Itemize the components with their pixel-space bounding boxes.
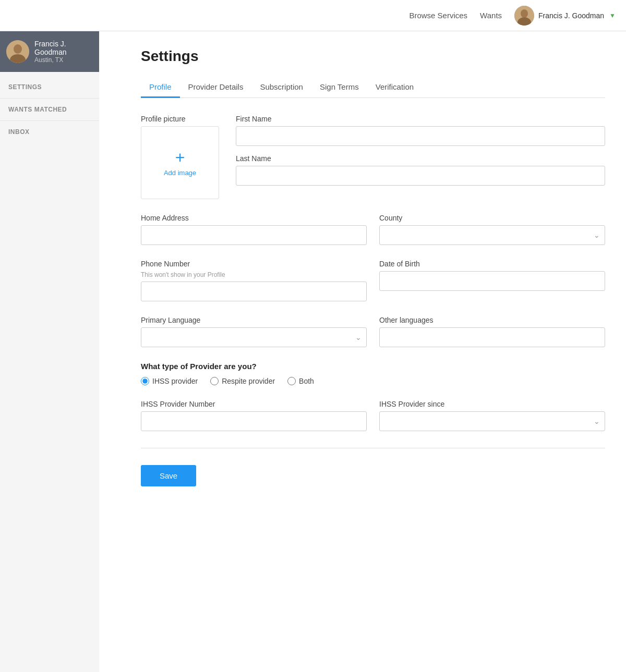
primary-language-select[interactable] bbox=[141, 327, 367, 347]
ihss-provider-label: IHSS provider bbox=[152, 377, 198, 385]
sidebar-item-inbox[interactable]: INBOX bbox=[0, 120, 99, 143]
provider-type-radio-group: IHSS provider Respite provider Both bbox=[141, 377, 605, 385]
respite-provider-radio[interactable] bbox=[210, 377, 219, 385]
sidebar-nav: SETTINGS WANTS MATCHED INBOX bbox=[0, 72, 99, 147]
ihss-since-field-group: IHSS Provider since ⌄ bbox=[379, 400, 605, 431]
home-address-input[interactable] bbox=[141, 225, 367, 245]
language-row: Primary Language ⌄ Other languages bbox=[141, 316, 605, 347]
dob-input[interactable] bbox=[379, 271, 605, 291]
profile-picture-section: Profile picture + Add image First Name L… bbox=[141, 115, 605, 199]
phone-label: Phone Number bbox=[141, 260, 367, 268]
first-name-field-group: First Name bbox=[236, 115, 605, 146]
phone-input[interactable] bbox=[141, 282, 367, 301]
phone-sublabel: This won't show in your Profile bbox=[141, 271, 367, 278]
address-county-row: Home Address County ⌄ bbox=[141, 214, 605, 245]
other-languages-field-group: Other languages bbox=[379, 316, 605, 347]
settings-tabs: Profile Provider Details Subscription Si… bbox=[141, 77, 605, 98]
top-navigation: Browse Services Wants Francis J. Goodman… bbox=[0, 0, 626, 31]
sidebar-user-info: Francis J. Goodman Austin, TX bbox=[34, 40, 93, 64]
ihss-details-row: IHSS Provider Number IHSS Provider since… bbox=[141, 400, 605, 431]
county-select-wrapper: ⌄ bbox=[379, 225, 605, 245]
both-provider-label: Both bbox=[299, 377, 314, 385]
other-languages-input[interactable] bbox=[379, 327, 605, 347]
ihss-since-select-wrapper: ⌄ bbox=[379, 411, 605, 431]
main-content: Settings Profile Provider Details Subscr… bbox=[99, 31, 626, 672]
respite-provider-label: Respite provider bbox=[222, 377, 275, 385]
county-select[interactable] bbox=[379, 225, 605, 245]
sidebar-user-location: Austin, TX bbox=[34, 56, 93, 64]
ihss-number-field-group: IHSS Provider Number bbox=[141, 400, 367, 431]
primary-language-select-wrapper: ⌄ bbox=[141, 327, 367, 347]
phone-dob-row: Phone Number This won't show in your Pro… bbox=[141, 260, 605, 301]
sidebar-item-wants-matched[interactable]: WANTS MATCHED bbox=[0, 98, 99, 120]
nav-links: Browse Services Wants Francis J. Goodman… bbox=[409, 6, 616, 26]
dob-field-group: Date of Birth bbox=[379, 260, 605, 301]
tab-verification[interactable]: Verification bbox=[367, 77, 422, 98]
respite-provider-option[interactable]: Respite provider bbox=[210, 377, 275, 385]
dob-label: Date of Birth bbox=[379, 260, 605, 268]
svg-point-1 bbox=[521, 9, 528, 18]
user-menu-arrow: ▼ bbox=[609, 12, 616, 19]
provider-type-question: What type of Provider are you? bbox=[141, 362, 605, 371]
county-field-group: County ⌄ bbox=[379, 214, 605, 245]
save-button[interactable]: Save bbox=[141, 465, 196, 486]
last-name-field-group: Last Name bbox=[236, 154, 605, 186]
tab-profile[interactable]: Profile bbox=[141, 77, 180, 98]
sidebar: Francis J. Goodman Austin, TX SETTINGS W… bbox=[0, 31, 99, 672]
top-nav-username: Francis J. Goodman bbox=[538, 11, 604, 20]
sidebar-user-profile[interactable]: Francis J. Goodman Austin, TX bbox=[0, 31, 99, 72]
top-nav-avatar bbox=[514, 6, 534, 26]
first-name-input[interactable] bbox=[236, 126, 605, 146]
primary-language-label: Primary Language bbox=[141, 316, 367, 324]
ihss-number-label: IHSS Provider Number bbox=[141, 400, 367, 408]
user-menu[interactable]: Francis J. Goodman ▼ bbox=[514, 6, 616, 26]
tab-sign-terms[interactable]: Sign Terms bbox=[311, 77, 367, 98]
ihss-provider-option[interactable]: IHSS provider bbox=[141, 377, 198, 385]
ihss-provider-radio[interactable] bbox=[141, 377, 149, 385]
other-languages-label: Other languages bbox=[379, 316, 605, 324]
profile-picture-label: Profile picture bbox=[141, 115, 219, 123]
sidebar-item-settings[interactable]: SETTINGS bbox=[0, 76, 99, 98]
wants-link[interactable]: Wants bbox=[480, 11, 502, 20]
add-image-text: Add image bbox=[164, 169, 196, 177]
browse-services-link[interactable]: Browse Services bbox=[409, 11, 467, 20]
add-image-plus-icon: + bbox=[175, 149, 185, 166]
name-fields: First Name Last Name bbox=[236, 115, 605, 186]
ihss-since-label: IHSS Provider since bbox=[379, 400, 605, 408]
provider-type-section: What type of Provider are you? IHSS prov… bbox=[141, 362, 605, 385]
first-name-label: First Name bbox=[236, 115, 605, 123]
page-title: Settings bbox=[141, 48, 605, 65]
ihss-since-select[interactable] bbox=[379, 411, 605, 431]
svg-point-4 bbox=[14, 44, 22, 54]
form-divider bbox=[141, 448, 605, 448]
ihss-number-input[interactable] bbox=[141, 411, 367, 431]
both-provider-radio[interactable] bbox=[287, 377, 296, 385]
primary-language-field-group: Primary Language ⌄ bbox=[141, 316, 367, 347]
both-provider-option[interactable]: Both bbox=[287, 377, 314, 385]
last-name-input[interactable] bbox=[236, 166, 605, 186]
sidebar-user-name: Francis J. Goodman bbox=[34, 40, 93, 56]
home-address-label: Home Address bbox=[141, 214, 367, 222]
home-address-field-group: Home Address bbox=[141, 214, 367, 245]
last-name-label: Last Name bbox=[236, 154, 605, 163]
tab-provider-details[interactable]: Provider Details bbox=[180, 77, 252, 98]
tab-subscription[interactable]: Subscription bbox=[251, 77, 311, 98]
phone-field-group: Phone Number This won't show in your Pro… bbox=[141, 260, 367, 301]
county-label: County bbox=[379, 214, 605, 222]
profile-picture-upload[interactable]: + Add image bbox=[141, 126, 219, 199]
sidebar-avatar bbox=[6, 40, 29, 63]
